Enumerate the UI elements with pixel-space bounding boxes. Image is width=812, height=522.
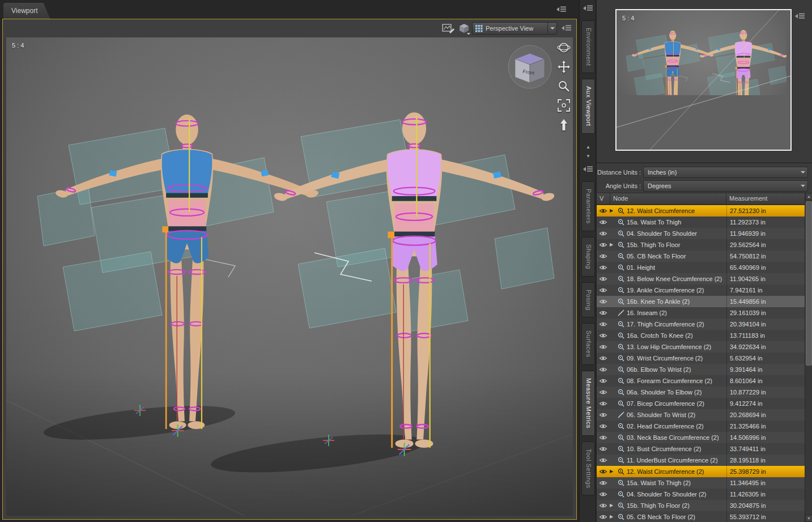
visibility-eye-icon[interactable] [599,242,607,249]
side-tab-aux-viewport[interactable]: Aux Viewport [581,79,595,134]
measurement-row[interactable]: 04. Shoulder To Shoulder11.946939 in [597,228,805,239]
visibility-eye-icon[interactable] [599,344,607,351]
render-settings-icon[interactable] [442,23,454,33]
expand-arrow-icon[interactable]: ▶ [610,205,613,217]
column-header-visibility[interactable]: V [597,193,610,204]
side-tab-parameters[interactable]: Parameters [581,181,595,231]
measurement-row[interactable]: 10. Bust Circumference (2)33.749411 in [597,443,805,455]
visibility-eye-icon[interactable] [599,287,607,294]
visibility-eye-icon[interactable] [599,389,607,396]
measurement-row[interactable]: 04. Shoulder To Shoulder (2)11.426305 in [597,489,805,500]
expand-arrow-icon[interactable]: ▶ [610,466,613,477]
visibility-eye-icon[interactable] [599,423,607,430]
visibility-eye-icon[interactable] [599,276,607,283]
measurement-row[interactable]: 17. Thigh Circumference (2)20.394104 in [597,319,805,330]
pane-menu-icon[interactable] [556,6,567,13]
measurement-row[interactable]: 11. UnderBust Circumference (2)28.195118… [597,455,805,466]
measurement-row[interactable]: 16. Inseam (2)29.161039 in [597,307,805,319]
measurement-row[interactable]: 01. Height65.490969 in [597,262,805,273]
visibility-eye-icon[interactable] [599,491,607,498]
viewport-render-area[interactable]: 5 : 4 Front [6,37,573,516]
zoom-icon[interactable] [557,79,571,93]
side-tab-posing[interactable]: Posing [581,282,595,318]
measurement-row[interactable]: ▶15b. Thigh To Floor29.562564 in [597,239,805,251]
pane-menu-icon[interactable] [562,24,572,32]
tab-scroll-up-icon[interactable]: ▲ [584,144,592,151]
visibility-eye-icon[interactable] [599,333,607,339]
pane-menu-icon[interactable] [795,12,805,20]
orbit-icon[interactable] [557,41,571,54]
measurement-row[interactable]: ▶15b. Thigh To Floor (2)30.204875 in [597,500,805,511]
tape-measure-icon [618,434,624,442]
side-tab-tool-settings[interactable]: Tool Settings [581,442,595,495]
distance-units-dropdown[interactable]: Inches (in) [643,167,808,178]
dropdown-arrow[interactable] [547,23,556,34]
visibility-eye-icon[interactable] [599,231,607,237]
aux-viewport-render[interactable]: 5 : 4 [615,9,792,151]
measurement-row[interactable]: 03. Neck Base Circumference (2)14.506996… [597,432,805,443]
measurement-row[interactable]: 16b. Knee To Ankle (2)15.449856 in [597,296,805,307]
measurement-row[interactable]: 09. Wrist Circumference (2)5.632954 in [597,353,805,364]
visibility-eye-icon[interactable] [599,401,607,408]
scrollbar-up-icon[interactable]: ▲ [805,193,812,200]
visibility-eye-icon[interactable] [599,310,607,317]
view-cube[interactable]: Front [504,43,556,91]
tab-viewport[interactable]: Viewport [3,3,50,19]
measurement-row[interactable]: 06. Shoulder To Wrist (2)20.268694 in [597,409,805,421]
visibility-eye-icon[interactable] [599,457,607,464]
scrollbar-down-icon[interactable]: ▼ [805,515,812,522]
node-label: 13. Low Hip Circumference (2) [627,341,711,353]
visibility-eye-icon[interactable] [599,480,607,487]
visibility-eye-icon[interactable] [599,469,607,476]
table-scrollbar[interactable]: ▲ ▼ [805,193,812,522]
expand-arrow-icon[interactable]: ▶ [610,511,613,522]
measurement-row[interactable]: 05. CB Neck To Floor54.750812 in [597,251,805,262]
camera-up-icon[interactable] [557,118,571,131]
measurement-row[interactable]: 18. Below Knee Circumference (2)11.90426… [597,273,805,285]
measurement-row[interactable]: ▶12. Waist Circumference27.521230 in [597,205,805,217]
visibility-eye-icon[interactable] [599,446,607,453]
side-tab-environment[interactable]: Environment [581,20,595,73]
measurement-row[interactable]: 02. Head Circumference (2)21.325466 in [597,421,805,432]
visibility-eye-icon[interactable] [599,208,607,215]
side-tab-shaping[interactable]: Shaping [581,237,595,277]
visibility-eye-icon[interactable] [599,435,607,442]
visibility-eye-icon[interactable] [599,367,607,374]
pane-menu-icon[interactable] [583,5,593,12]
visibility-eye-icon[interactable] [599,321,607,328]
visibility-eye-icon[interactable] [599,355,607,362]
measurement-row[interactable]: ▶05. CB Neck To Floor (2)55.393712 in [597,511,805,522]
angle-units-dropdown[interactable]: Degrees [643,180,808,192]
pan-icon[interactable] [557,60,571,74]
measurement-row[interactable]: 13. Low Hip Circumference (2)34.922634 i… [597,341,805,353]
frame-icon[interactable] [557,99,571,112]
visibility-eye-icon[interactable] [599,378,607,385]
tab-scroll-down-icon[interactable]: ▼ [584,153,592,160]
visibility-eye-icon[interactable] [599,253,607,260]
measurement-row[interactable]: 16a. Crotch To Knee (2)13.711183 in [597,330,805,341]
measurement-row[interactable]: ▶12. Waist Circumference (2)25.398729 in [597,466,805,477]
column-header-measurement[interactable]: Measurement [726,193,805,204]
measurement-row[interactable]: 06b. Elbow To Wrist (2)9.391464 in [597,364,805,375]
camera-view-dropdown[interactable]: Perspective View [472,22,557,35]
measurement-row[interactable]: 07. Bicep Circumference (2)9.412274 in [597,398,805,409]
column-header-node[interactable]: Node [610,193,726,204]
visibility-eye-icon[interactable] [599,514,607,521]
scrollbar-thumb[interactable] [806,201,812,366]
visibility-eye-icon[interactable] [599,503,607,510]
measurement-row[interactable]: 06a. Shoulder To Elbow (2)10.877229 in [597,387,805,398]
visibility-eye-icon[interactable] [599,265,607,271]
expand-arrow-icon[interactable]: ▶ [610,500,613,511]
measurement-row[interactable]: 19. Ankle Circumference (2)7.942161 in [597,285,805,296]
measurement-row[interactable]: 15a. Waist To Thigh11.292373 in [597,217,805,228]
side-tab-measure-metrics[interactable]: Measure Metrics [581,371,595,436]
visibility-eye-icon[interactable] [599,412,607,419]
side-tab-surfaces[interactable]: Surfaces [581,323,595,364]
expand-arrow-icon[interactable]: ▶ [610,239,613,251]
visibility-eye-icon[interactable] [599,219,607,226]
measurement-row[interactable]: 15a. Waist To Thigh (2)11.346495 in [597,477,805,489]
measurement-row[interactable]: 08. Forearm Circumference (2)8.601064 in [597,375,805,387]
camera-cube-icon[interactable] [457,22,471,35]
pane-menu-icon[interactable] [583,165,593,173]
visibility-eye-icon[interactable] [599,299,607,305]
